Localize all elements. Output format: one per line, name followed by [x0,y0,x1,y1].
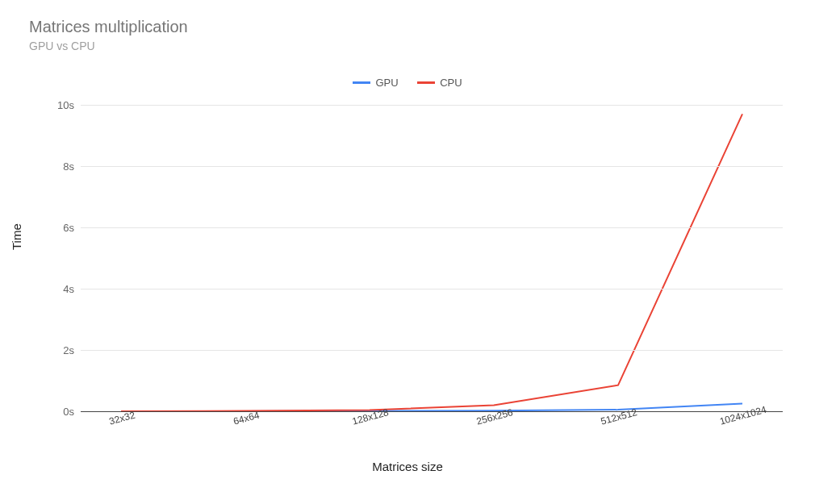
plot-area: 0s2s4s6s8s10s32x3264x64128x128256x256512… [81,105,783,411]
chart-lines [81,105,783,411]
grid-line [81,350,783,351]
legend-item-gpu: GPU [353,77,398,89]
y-tick-label: 6s [63,222,74,234]
x-axis-line [81,411,783,412]
legend-item-cpu: CPU [417,77,462,89]
chart-title: Matrices multiplication [29,18,188,36]
legend-label-cpu: CPU [440,77,462,89]
legend: GPU CPU [0,74,815,89]
legend-swatch-cpu [417,81,435,84]
grid-line [81,166,783,167]
legend-label-gpu: GPU [375,77,398,89]
y-tick-label: 4s [63,283,74,295]
y-axis-label: Time [10,223,23,250]
y-tick-label: 10s [57,99,74,111]
grid-line [81,105,783,106]
series-line-cpu [121,114,742,411]
x-axis-label: Matrices size [16,460,799,473]
legend-swatch-gpu [353,81,370,84]
grid-line [81,227,783,228]
y-tick-label: 0s [63,406,74,418]
grid-line [81,289,783,289]
y-tick-label: 8s [63,160,74,173]
y-tick-label: 2s [63,344,74,356]
chart-subtitle: GPU vs CPU [29,40,188,52]
